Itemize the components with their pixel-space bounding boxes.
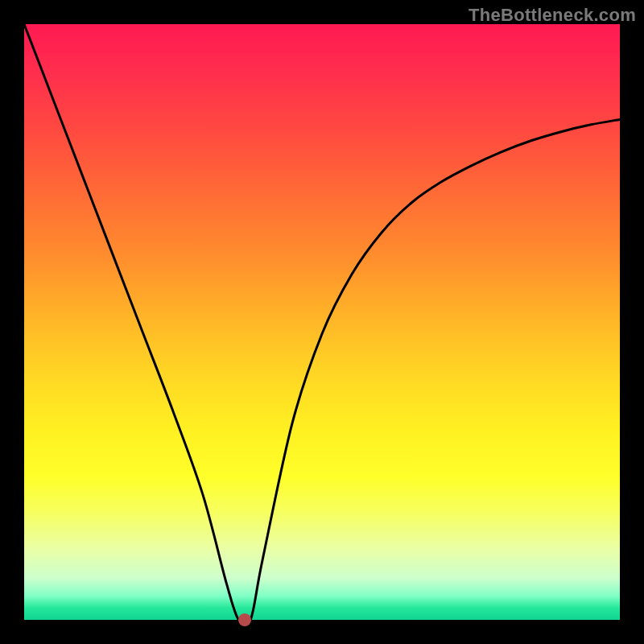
bottleneck-curve (24, 24, 620, 620)
chart-frame: TheBottleneck.com (0, 0, 644, 644)
minimum-marker-dot (238, 613, 251, 626)
watermark-text: TheBottleneck.com (469, 5, 636, 26)
plot-area (24, 24, 620, 620)
